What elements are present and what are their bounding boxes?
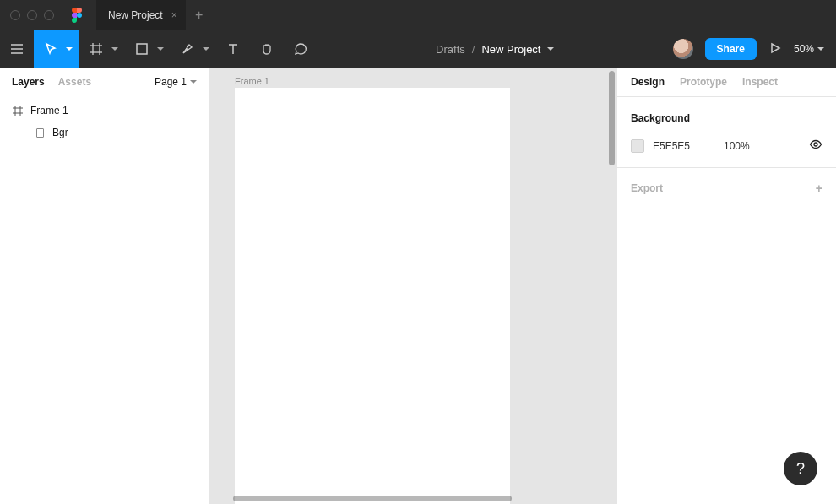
document-tab[interactable]: New Project × [96,0,186,30]
hand-tool[interactable] [250,30,284,68]
present-button[interactable] [768,41,782,57]
breadcrumb-separator: / [472,43,475,56]
frame-tool[interactable] [79,30,125,68]
breadcrumb: Drafts / New Project [318,43,673,56]
rectangle-icon [34,128,46,138]
tab-close-icon[interactable]: × [171,9,177,21]
background-opacity[interactable]: 100% [724,140,757,152]
traffic-max-icon[interactable] [44,10,54,20]
traffic-min-icon[interactable] [27,10,37,20]
tab-design[interactable]: Design [631,76,665,88]
figma-logo-icon[interactable] [69,8,84,23]
export-section[interactable]: Export + [617,168,836,209]
background-section: Background E5E5E5 100% [617,97,836,168]
background-hex[interactable]: E5E5E5 [653,140,703,152]
breadcrumb-parent[interactable]: Drafts [436,43,465,56]
zoom-selector[interactable]: 50% [794,43,824,55]
svg-rect-8 [137,44,147,54]
layer-label: Bgr [52,127,68,138]
background-title: Background [631,112,822,124]
layer-row-frame[interactable]: Frame 1 [0,100,209,122]
tab-assets[interactable]: Assets [58,76,91,88]
svg-point-0 [77,13,82,18]
frame-label[interactable]: Frame 1 [235,76,269,86]
main-menu-button[interactable] [0,30,34,68]
move-tool[interactable] [34,30,79,68]
layer-row-bgr[interactable]: Bgr [0,122,209,144]
svg-point-9 [187,49,188,51]
vertical-scrollbar[interactable] [609,71,615,165]
text-tool[interactable] [216,30,250,68]
page-selector[interactable]: Page 1 [155,76,197,88]
add-export-icon[interactable]: + [816,182,822,195]
shape-tool[interactable] [125,30,171,68]
svg-point-16 [814,143,817,146]
window-controls[interactable] [10,10,54,20]
tab-prototype[interactable]: Prototype [680,76,727,88]
avatar[interactable] [673,39,693,59]
canvas[interactable]: Frame 1 [209,68,616,504]
background-swatch[interactable] [631,139,644,153]
new-tab-button[interactable]: + [186,0,213,30]
layer-label: Frame 1 [30,105,68,117]
breadcrumb-title[interactable]: New Project [481,43,554,56]
canvas-frame[interactable] [235,88,510,504]
export-label: Export [631,182,663,194]
tab-inspect[interactable]: Inspect [742,76,778,88]
tab-title: New Project [108,9,163,21]
left-panel: Layers Assets Page 1 Frame 1 Bgr [0,68,209,504]
pen-tool[interactable] [171,30,216,68]
help-button[interactable]: ? [784,452,817,485]
frame-icon [12,106,24,116]
tab-layers[interactable]: Layers [12,76,45,88]
right-panel: Design Prototype Inspect Background E5E5… [616,68,836,504]
visibility-toggle-icon[interactable] [809,138,822,154]
share-button[interactable]: Share [705,38,757,60]
comment-tool[interactable] [284,30,318,68]
horizontal-scrollbar[interactable] [233,496,512,501]
traffic-close-icon[interactable] [10,10,20,20]
